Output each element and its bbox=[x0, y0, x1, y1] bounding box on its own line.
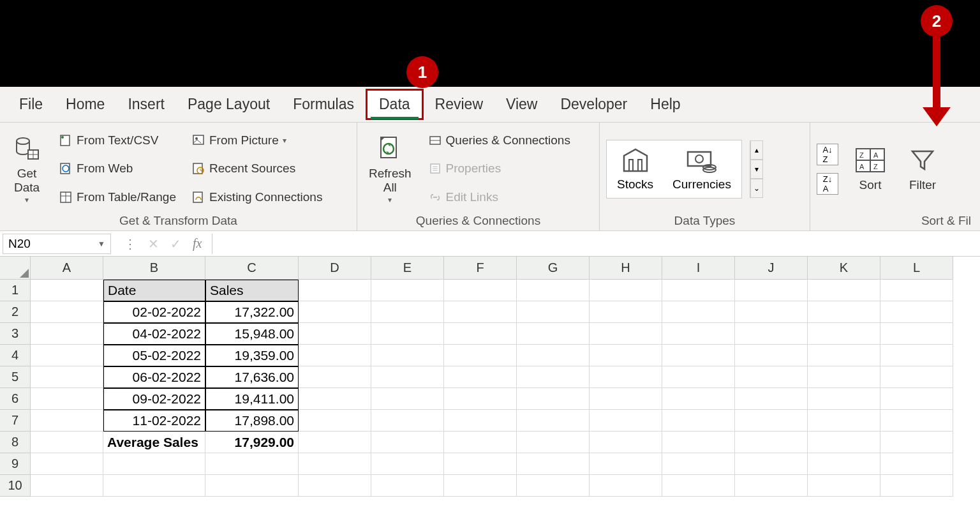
cell-K4[interactable] bbox=[808, 345, 880, 366]
sort-asc-button[interactable]: A↓Z bbox=[817, 144, 838, 165]
fx-icon[interactable]: fx bbox=[193, 236, 202, 251]
tab-help[interactable]: Help bbox=[639, 91, 692, 118]
cell-F7[interactable] bbox=[444, 410, 517, 432]
tab-home[interactable]: Home bbox=[54, 91, 116, 118]
cell-D1[interactable] bbox=[299, 280, 371, 301]
from-table-range-button[interactable]: From Table/Range bbox=[55, 188, 180, 207]
cell-L3[interactable] bbox=[880, 323, 953, 345]
cell-H8[interactable] bbox=[590, 432, 662, 453]
cell-F4[interactable] bbox=[444, 345, 517, 366]
col-header-J[interactable]: J bbox=[735, 257, 808, 280]
cell-G8[interactable] bbox=[517, 432, 590, 453]
cell-L8[interactable] bbox=[880, 432, 953, 453]
cell-A1[interactable] bbox=[31, 280, 103, 301]
tab-developer[interactable]: Developer bbox=[549, 91, 639, 118]
cell-I10[interactable] bbox=[662, 475, 735, 497]
cell-C9[interactable] bbox=[205, 453, 299, 475]
cell-E6[interactable] bbox=[371, 388, 444, 410]
cell-F10[interactable] bbox=[444, 475, 517, 497]
cell-D8[interactable] bbox=[299, 432, 371, 453]
cell-F1[interactable] bbox=[444, 280, 517, 301]
cell-B4[interactable]: 05-02-2022 bbox=[103, 345, 205, 366]
cell-G5[interactable] bbox=[517, 366, 590, 388]
tab-view[interactable]: View bbox=[494, 91, 549, 118]
cell-D2[interactable] bbox=[299, 301, 371, 323]
sort-desc-button[interactable]: Z↓A bbox=[817, 173, 838, 195]
col-header-L[interactable]: L bbox=[880, 257, 953, 280]
col-header-D[interactable]: D bbox=[299, 257, 371, 280]
cell-C7[interactable]: 17,898.00 bbox=[205, 410, 299, 432]
cell-I8[interactable] bbox=[662, 432, 735, 453]
cell-A7[interactable] bbox=[31, 410, 103, 432]
cell-E10[interactable] bbox=[371, 475, 444, 497]
cell-E3[interactable] bbox=[371, 323, 444, 345]
cell-G10[interactable] bbox=[517, 475, 590, 497]
cell-C3[interactable]: 15,948.00 bbox=[205, 323, 299, 345]
cell-D7[interactable] bbox=[299, 410, 371, 432]
cell-H10[interactable] bbox=[590, 475, 662, 497]
cell-G7[interactable] bbox=[517, 410, 590, 432]
cell-B7[interactable]: 11-02-2022 bbox=[103, 410, 205, 432]
cell-E2[interactable] bbox=[371, 301, 444, 323]
cell-L9[interactable] bbox=[880, 453, 953, 475]
cell-B9[interactable] bbox=[103, 453, 205, 475]
col-header-C[interactable]: C bbox=[205, 257, 299, 280]
currencies-button[interactable]: Currencies bbox=[672, 147, 731, 192]
cell-D9[interactable] bbox=[299, 453, 371, 475]
cell-G3[interactable] bbox=[517, 323, 590, 345]
gallery-up[interactable]: ▴ bbox=[750, 140, 763, 160]
cell-I5[interactable] bbox=[662, 366, 735, 388]
cell-H4[interactable] bbox=[590, 345, 662, 366]
cell-K10[interactable] bbox=[808, 475, 880, 497]
row-header-9[interactable]: 9 bbox=[0, 453, 31, 475]
cell-J3[interactable] bbox=[735, 323, 808, 345]
stocks-button[interactable]: Stocks bbox=[617, 147, 653, 192]
tab-file[interactable]: File bbox=[8, 91, 54, 118]
cell-K2[interactable] bbox=[808, 301, 880, 323]
cell-G6[interactable] bbox=[517, 388, 590, 410]
cell-G9[interactable] bbox=[517, 453, 590, 475]
cell-L4[interactable] bbox=[880, 345, 953, 366]
tab-page-layout[interactable]: Page Layout bbox=[176, 91, 281, 118]
recent-sources-button[interactable]: Recent Sources bbox=[188, 159, 326, 178]
tab-formulas[interactable]: Formulas bbox=[281, 91, 366, 118]
cell-J8[interactable] bbox=[735, 432, 808, 453]
cell-L1[interactable] bbox=[880, 280, 953, 301]
col-header-H[interactable]: H bbox=[590, 257, 662, 280]
cell-C5[interactable]: 17,636.00 bbox=[205, 366, 299, 388]
row-header-5[interactable]: 5 bbox=[0, 366, 31, 388]
cell-J4[interactable] bbox=[735, 345, 808, 366]
cell-L6[interactable] bbox=[880, 388, 953, 410]
cell-J5[interactable] bbox=[735, 366, 808, 388]
row-header-1[interactable]: 1 bbox=[0, 280, 31, 301]
col-header-E[interactable]: E bbox=[371, 257, 444, 280]
cell-K7[interactable] bbox=[808, 410, 880, 432]
more-icon[interactable]: ⋮ bbox=[124, 236, 137, 252]
sort-button[interactable]: ZAAZ Sort bbox=[850, 142, 891, 195]
cell-A2[interactable] bbox=[31, 301, 103, 323]
cell-E8[interactable] bbox=[371, 432, 444, 453]
cell-K3[interactable] bbox=[808, 323, 880, 345]
cell-L2[interactable] bbox=[880, 301, 953, 323]
cell-I7[interactable] bbox=[662, 410, 735, 432]
cell-G4[interactable] bbox=[517, 345, 590, 366]
col-header-B[interactable]: B bbox=[103, 257, 205, 280]
cell-B5[interactable]: 06-02-2022 bbox=[103, 366, 205, 388]
cell-F5[interactable] bbox=[444, 366, 517, 388]
cell-A10[interactable] bbox=[31, 475, 103, 497]
from-text-csv-button[interactable]: From Text/CSV bbox=[55, 131, 180, 150]
cell-C1[interactable]: Sales bbox=[205, 280, 299, 301]
cell-J6[interactable] bbox=[735, 388, 808, 410]
gallery-down[interactable]: ▾ bbox=[750, 160, 763, 179]
cell-G2[interactable] bbox=[517, 301, 590, 323]
cell-A8[interactable] bbox=[31, 432, 103, 453]
cell-I4[interactable] bbox=[662, 345, 735, 366]
cell-E4[interactable] bbox=[371, 345, 444, 366]
cell-I2[interactable] bbox=[662, 301, 735, 323]
cell-J9[interactable] bbox=[735, 453, 808, 475]
cell-C2[interactable]: 17,322.00 bbox=[205, 301, 299, 323]
cell-B2[interactable]: 02-02-2022 bbox=[103, 301, 205, 323]
col-header-K[interactable]: K bbox=[808, 257, 880, 280]
cell-J7[interactable] bbox=[735, 410, 808, 432]
cell-J10[interactable] bbox=[735, 475, 808, 497]
